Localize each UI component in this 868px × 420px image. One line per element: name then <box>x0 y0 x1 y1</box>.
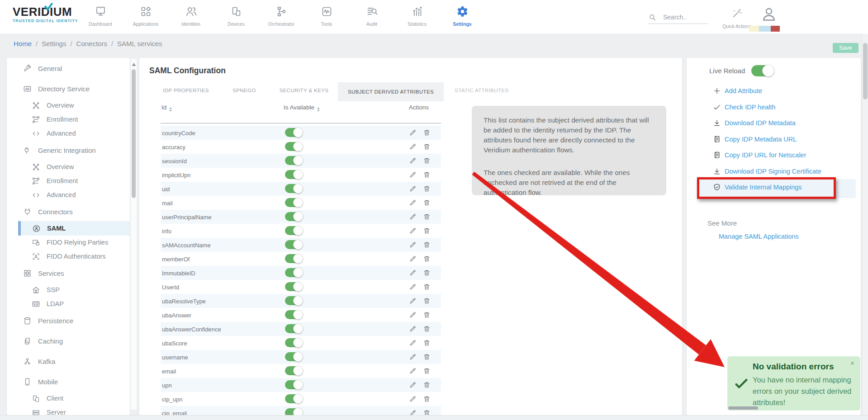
delete-attribute-icon[interactable] <box>423 269 431 277</box>
is-available-toggle[interactable] <box>285 338 302 347</box>
panel-link-add-attribute[interactable]: Add Attribute <box>687 84 861 98</box>
sidebar-item-client[interactable]: Client <box>7 391 130 406</box>
delete-attribute-icon[interactable] <box>423 129 431 137</box>
edit-attribute-icon[interactable] <box>409 367 417 375</box>
delete-attribute-icon[interactable] <box>423 395 431 403</box>
is-available-toggle[interactable] <box>285 212 302 221</box>
sidebar-item-fido-authenticators[interactable]: FIDO Authenticators <box>7 249 130 264</box>
is-available-toggle[interactable] <box>285 184 302 193</box>
tab-idp-properties[interactable]: IDP PROPERTIES <box>163 88 209 93</box>
delete-attribute-icon[interactable] <box>423 353 431 361</box>
sidebar-item-overview[interactable]: Overview <box>7 160 130 174</box>
is-available-toggle[interactable] <box>285 310 302 319</box>
sidebar-item-server[interactable]: Server <box>7 405 130 415</box>
edit-attribute-icon[interactable] <box>409 171 417 179</box>
edit-attribute-icon[interactable] <box>409 269 417 277</box>
nav-item-applications[interactable]: Applications <box>123 3 168 27</box>
sidebar-item-fido-relying-parties[interactable]: FIDO Relying Parties <box>7 235 130 250</box>
tab-security-keys[interactable]: SECURITY & KEYS <box>280 88 329 93</box>
delete-attribute-icon[interactable] <box>423 255 431 263</box>
is-available-toggle[interactable] <box>285 198 302 207</box>
edit-attribute-icon[interactable] <box>409 157 417 165</box>
delete-attribute-icon[interactable] <box>423 409 431 415</box>
sidebar-item-ldap[interactable]: LDAP <box>7 297 130 311</box>
delete-attribute-icon[interactable] <box>423 367 431 375</box>
edit-attribute-icon[interactable] <box>409 339 417 347</box>
sidebar-item-kafka[interactable]: Kafka <box>7 354 130 368</box>
nav-item-orchestrator[interactable]: Orchestrator <box>259 3 304 27</box>
is-available-toggle[interactable] <box>285 408 302 415</box>
delete-attribute-icon[interactable] <box>423 381 431 389</box>
edit-attribute-icon[interactable] <box>409 325 417 333</box>
edit-attribute-icon[interactable] <box>409 353 417 361</box>
edit-attribute-icon[interactable] <box>409 185 417 193</box>
live-reload-toggle[interactable] <box>751 65 773 76</box>
sidebar-item-persistence[interactable]: Persistence <box>7 313 130 328</box>
sidebar-item-connectors[interactable]: Connectors <box>7 204 130 219</box>
sidebar-item-advanced[interactable]: Advanced <box>7 126 130 141</box>
sidebar-item-general[interactable]: General <box>7 61 130 76</box>
is-available-toggle[interactable] <box>285 282 302 291</box>
edit-attribute-icon[interactable] <box>409 297 417 305</box>
sidebar-item-ssp[interactable]: SSP <box>7 283 130 297</box>
nav-item-audit[interactable]: Audit <box>349 3 394 27</box>
sidebar-item-overview[interactable]: Overview <box>7 98 130 113</box>
edit-attribute-icon[interactable] <box>409 199 417 207</box>
scroll-up-arrow-icon[interactable] <box>132 61 136 66</box>
sidebar-item-directory-service[interactable]: ADDirectory Service <box>7 81 130 96</box>
search-input[interactable] <box>662 13 707 21</box>
edit-attribute-icon[interactable] <box>409 213 417 221</box>
delete-attribute-icon[interactable] <box>423 199 431 207</box>
sidebar-item-enrollment[interactable]: Enrollment <box>7 112 130 127</box>
delete-attribute-icon[interactable] <box>423 171 431 179</box>
edit-attribute-icon[interactable] <box>409 283 417 291</box>
is-available-toggle[interactable] <box>285 380 302 389</box>
is-available-toggle[interactable] <box>285 142 302 151</box>
table-header-is-available[interactable]: Is Available <box>284 104 320 112</box>
nav-item-devices[interactable]: Devices <box>213 3 259 27</box>
is-available-toggle[interactable] <box>285 268 302 277</box>
panel-link-check-idp-health[interactable]: Check IDP health <box>687 100 861 114</box>
is-available-toggle[interactable] <box>285 366 302 375</box>
panel-link-validate-internal-mappings[interactable]: Validate Internal Mappings <box>687 180 861 194</box>
edit-attribute-icon[interactable] <box>409 255 417 263</box>
edit-attribute-icon[interactable] <box>409 381 417 389</box>
delete-attribute-icon[interactable] <box>423 339 431 347</box>
delete-attribute-icon[interactable] <box>423 297 431 305</box>
is-available-toggle[interactable] <box>285 394 302 403</box>
breadcrumb-item-home[interactable]: Home <box>14 40 32 47</box>
sidebar-scrollbar[interactable] <box>131 59 137 410</box>
quick-actions-button[interactable]: Quick Actions <box>721 8 753 29</box>
nav-item-tools[interactable]: Tools <box>304 3 349 27</box>
sidebar-item-saml[interactable]: SAML <box>18 221 130 236</box>
page-horizontal-scrollbar[interactable] <box>0 415 868 420</box>
is-available-toggle[interactable] <box>285 156 302 165</box>
edit-attribute-icon[interactable] <box>409 143 417 151</box>
edit-attribute-icon[interactable] <box>409 395 417 403</box>
is-available-toggle[interactable] <box>285 128 302 137</box>
delete-attribute-icon[interactable] <box>423 325 431 333</box>
delete-attribute-icon[interactable] <box>423 283 431 291</box>
sidebar-item-services[interactable]: Services <box>7 266 130 280</box>
save-button[interactable]: Save <box>833 43 859 53</box>
is-available-toggle[interactable] <box>285 254 302 263</box>
edit-attribute-icon[interactable] <box>409 129 417 137</box>
sidebar-item-generic-integration[interactable]: Generic Integration <box>7 143 130 157</box>
table-header-id[interactable]: Id <box>161 104 172 112</box>
edit-attribute-icon[interactable] <box>409 311 417 319</box>
nav-item-identities[interactable]: Identities <box>168 3 213 27</box>
panel-link-download-idp-metadata[interactable]: Download IDP Metadata <box>687 116 861 130</box>
is-available-toggle[interactable] <box>285 170 302 179</box>
edit-attribute-icon[interactable] <box>409 241 417 249</box>
delete-attribute-icon[interactable] <box>423 311 431 319</box>
sidebar-item-mobile[interactable]: Mobile <box>7 374 130 389</box>
is-available-toggle[interactable] <box>285 226 302 235</box>
is-available-toggle[interactable] <box>285 324 302 333</box>
is-available-toggle[interactable] <box>285 352 302 361</box>
panel-link-copy-idp-url-for-netscaler[interactable]: Copy IDP URL for Netscaler <box>687 148 861 162</box>
delete-attribute-icon[interactable] <box>423 143 431 151</box>
edit-attribute-icon[interactable] <box>409 409 417 415</box>
sidebar-item-enrollment[interactable]: Enrollment <box>7 174 130 188</box>
page-scrollbar-thumb[interactable] <box>863 43 868 99</box>
manage-saml-applications-link[interactable]: Manage SAML Applications <box>719 233 799 240</box>
